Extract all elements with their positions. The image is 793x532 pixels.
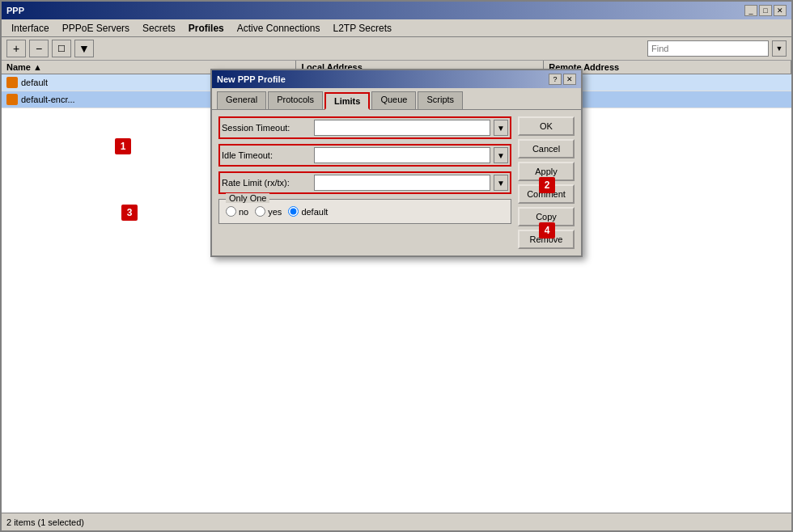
rate-limit-row: Rate Limit (rx/tx): ▼ bbox=[218, 171, 511, 194]
rate-limit-label: Rate Limit (rx/tx): bbox=[222, 178, 311, 188]
remove-button[interactable]: Remove bbox=[518, 230, 575, 249]
status-bar: 2 items (1 selected) bbox=[2, 513, 791, 530]
dialog-title: New PPP Profile bbox=[217, 74, 286, 84]
close-button[interactable]: ✕ bbox=[774, 5, 787, 16]
radio-yes-label[interactable]: yes bbox=[255, 206, 282, 217]
session-timeout-label: Session Timeout: bbox=[222, 123, 311, 133]
session-timeout-dropdown[interactable]: ▼ bbox=[494, 120, 508, 136]
rate-limit-dropdown[interactable]: ▼ bbox=[494, 175, 508, 191]
radio-row: no yes default bbox=[226, 206, 504, 217]
radio-no-label[interactable]: no bbox=[226, 206, 248, 217]
dialog-title-bar: New PPP Profile ? ✕ bbox=[212, 70, 581, 88]
buttons-column: OK Cancel Apply Comment Copy Remove bbox=[518, 116, 575, 249]
add-button[interactable]: + bbox=[6, 40, 26, 57]
arrow-3-right bbox=[121, 208, 129, 217]
only-one-group: Only One no yes default bbox=[218, 199, 511, 224]
apply-button[interactable]: Apply bbox=[518, 162, 575, 181]
dialog-controls: ? ✕ bbox=[549, 74, 576, 85]
radio-default[interactable] bbox=[288, 206, 299, 217]
radio-yes[interactable] bbox=[255, 206, 265, 217]
session-timeout-input[interactable] bbox=[314, 120, 490, 136]
tab-queue[interactable]: Queue bbox=[371, 91, 416, 109]
comment-button[interactable]: Comment bbox=[518, 184, 575, 204]
menu-pppoe-servers[interactable]: PPPoE Servers bbox=[56, 21, 136, 36]
window-title: PPP bbox=[6, 6, 24, 15]
filter-button[interactable]: ▼ bbox=[74, 40, 94, 57]
idle-timeout-label: Idle Timeout: bbox=[222, 150, 311, 160]
idle-timeout-input[interactable] bbox=[314, 147, 490, 163]
dialog: New PPP Profile ? ✕ General Protocols Li… bbox=[210, 69, 583, 257]
window-controls: _ □ ✕ bbox=[744, 5, 787, 16]
menu-secrets[interactable]: Secrets bbox=[136, 21, 182, 36]
main-window: PPP _ □ ✕ Interface PPPoE Servers Secret… bbox=[0, 0, 793, 532]
menu-bar: Interface PPPoE Servers Secrets Profiles… bbox=[2, 19, 791, 37]
maximize-button[interactable]: □ bbox=[759, 5, 772, 16]
cancel-button[interactable]: Cancel bbox=[518, 139, 575, 158]
tab-general[interactable]: General bbox=[217, 91, 266, 109]
copy-button[interactable]: ☐ bbox=[52, 40, 71, 57]
annotation-3: 3 bbox=[121, 208, 129, 217]
toolbar: + − ☐ ▼ ▼ bbox=[2, 37, 791, 61]
dialog-close-button[interactable]: ✕ bbox=[563, 74, 576, 85]
menu-l2tp-secrets[interactable]: L2TP Secrets bbox=[327, 21, 398, 36]
modal-overlay: New PPP Profile ? ✕ General Protocols Li… bbox=[2, 61, 791, 513]
idle-timeout-dropdown[interactable]: ▼ bbox=[494, 147, 508, 163]
only-one-title: Only One bbox=[226, 193, 269, 203]
find-input[interactable] bbox=[647, 40, 769, 57]
menu-profiles[interactable]: Profiles bbox=[182, 21, 231, 36]
dialog-body: Session Timeout: ▼ Idle Timeout: ▼ bbox=[212, 110, 581, 255]
status-text: 2 items (1 selected) bbox=[6, 517, 84, 527]
tab-protocols[interactable]: Protocols bbox=[268, 91, 323, 109]
copy-button[interactable]: Copy bbox=[518, 207, 575, 226]
tab-limits[interactable]: Limits bbox=[324, 92, 370, 110]
radio-no[interactable] bbox=[226, 206, 236, 217]
rate-limit-input[interactable] bbox=[314, 175, 490, 191]
ok-button[interactable]: OK bbox=[518, 116, 575, 136]
idle-timeout-row: Idle Timeout: ▼ bbox=[218, 144, 511, 167]
radio-default-label[interactable]: default bbox=[288, 206, 328, 217]
minimize-button[interactable]: _ bbox=[744, 5, 757, 16]
remove-button[interactable]: − bbox=[29, 40, 49, 57]
dialog-tabs: General Protocols Limits Queue Scripts bbox=[212, 88, 581, 110]
tab-scripts[interactable]: Scripts bbox=[418, 91, 463, 109]
find-bar: ▼ bbox=[647, 40, 787, 57]
form-area: Session Timeout: ▼ Idle Timeout: ▼ bbox=[218, 116, 511, 249]
session-timeout-row: Session Timeout: ▼ bbox=[218, 116, 511, 139]
find-dropdown-button[interactable]: ▼ bbox=[772, 40, 787, 57]
title-bar: PPP _ □ ✕ bbox=[2, 2, 791, 19]
dialog-help-button[interactable]: ? bbox=[549, 74, 562, 85]
menu-active-connections[interactable]: Active Connections bbox=[231, 21, 327, 36]
menu-interface[interactable]: Interface bbox=[5, 21, 56, 36]
badge-3: 3 bbox=[121, 205, 138, 221]
content-area: Name ▲ Local Address Remote Address defa… bbox=[2, 61, 791, 513]
